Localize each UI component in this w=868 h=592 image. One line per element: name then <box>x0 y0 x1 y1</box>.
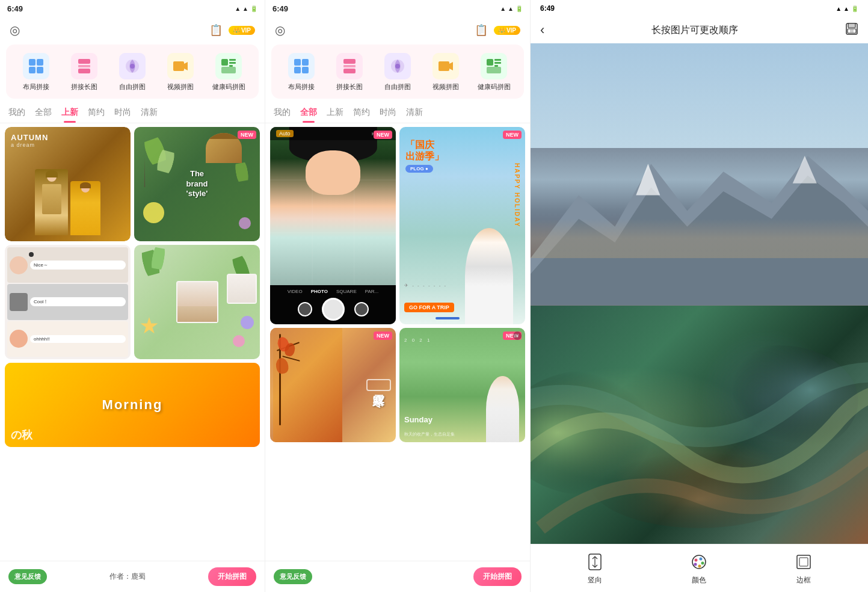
p2-content-grid: Auto HDR Off NEW VIDEO PHOTO SQUARE PAR.… <box>265 123 530 561</box>
toolbar-color[interactable]: 颜色 <box>688 551 710 585</box>
tab-new-1[interactable]: 上新 <box>61 107 78 123</box>
svg-rect-9 <box>173 61 184 71</box>
vip-badge-2[interactable]: 👑 VIP <box>494 26 520 35</box>
start-btn-2[interactable]: 开始拼图 <box>473 567 522 586</box>
tool-longimg-label-2: 拼接长图 <box>336 82 363 91</box>
tab-mine-2[interactable]: 我的 <box>274 107 291 123</box>
tab-simple-1[interactable]: 简约 <box>88 107 105 123</box>
camera-card[interactable]: Auto HDR Off NEW VIDEO PHOTO SQUARE PAR.… <box>270 127 396 324</box>
tab-simple-2[interactable]: 简约 <box>353 107 370 123</box>
tool-longimg-2[interactable]: 拼接长图 <box>331 53 368 91</box>
tool-health-label-2: 健康码拼图 <box>478 82 511 91</box>
mode-par[interactable]: PAR... <box>365 289 379 294</box>
sunday-card[interactable]: NEW 2 0 2 1 Sunday 秋天的收产量，生态自足集 × <box>399 328 525 442</box>
wifi-icon: ▲ <box>242 5 248 12</box>
tool-longimg-label: 拼接长图 <box>71 82 97 91</box>
author-label-1: 作者：鹿蜀 <box>109 572 146 582</box>
camera-icon-2[interactable]: ◎ <box>275 23 285 37</box>
shutter-aux-2[interactable] <box>354 302 369 316</box>
shutter-aux[interactable] <box>298 302 312 316</box>
panel-2: 6:49 ▲ ▲ 🔋 ◎ 📋 👑 VIP 布局拼接 <box>265 0 531 592</box>
tab-new-2[interactable]: 上新 <box>327 107 343 123</box>
svg-rect-4 <box>78 59 90 64</box>
toolbar-border-label: 边框 <box>796 575 811 585</box>
bottom-row-card[interactable]: Morning の秋 <box>5 363 260 447</box>
shutter-btn[interactable] <box>322 298 345 321</box>
start-btn-1[interactable]: 开始拼图 <box>208 567 256 586</box>
toolbar-border[interactable]: 边框 <box>793 551 814 585</box>
svg-rect-15 <box>221 67 236 73</box>
status-time-1: 6:49 <box>7 4 23 13</box>
tool-layout-2[interactable]: 布局拼接 <box>283 53 319 91</box>
crown-icon-2: 👑 <box>498 27 505 34</box>
edit-icon-2[interactable]: 📋 <box>475 23 488 37</box>
svg-marker-10 <box>184 62 188 70</box>
tab-all-1[interactable]: 全部 <box>35 107 52 123</box>
back-button[interactable]: ‹ <box>540 22 544 38</box>
mode-photo[interactable]: PHOTO <box>311 289 328 294</box>
tool-free[interactable]: 自由拼图 <box>114 53 150 91</box>
floral-card[interactable]: NEW <box>134 245 260 359</box>
tool-video[interactable]: 视频拼图 <box>162 53 199 91</box>
tool-health-label: 健康码拼图 <box>212 82 245 91</box>
crown-icon: 👑 <box>233 27 240 34</box>
status-bar-3: 6:49 ▲ ▲ 🔋 <box>531 0 868 17</box>
battery-icon-3: 🔋 <box>851 5 858 12</box>
travel-go: GO FOR A TRIP <box>404 303 454 312</box>
save-icon[interactable] <box>845 22 858 39</box>
tab-fashion-1[interactable]: 时尚 <box>114 107 131 123</box>
tool-free-2[interactable]: 自由拼图 <box>380 53 416 91</box>
status-bar-2: 6:49 ▲ ▲ 🔋 <box>265 0 530 17</box>
tool-health-2[interactable]: 健康码拼图 <box>476 53 512 91</box>
tool-health[interactable]: 健康码拼图 <box>211 53 247 91</box>
autumn-card[interactable]: AUTUMN a dream <box>5 127 131 241</box>
tab-all-2[interactable]: 全部 <box>300 107 317 123</box>
feedback-btn-1[interactable]: 意见反馈 <box>8 569 47 584</box>
comic-bubble-1: Nice～ <box>30 261 126 270</box>
vip-badge[interactable]: 👑 VIP <box>229 26 255 35</box>
sunday-close[interactable]: × <box>513 331 522 340</box>
toolbar-vertical[interactable]: 竖向 <box>584 551 606 585</box>
svg-rect-1 <box>37 59 43 66</box>
svg-rect-6 <box>78 69 90 73</box>
detail-topbar: ‹ 长按图片可更改顺序 <box>531 17 868 43</box>
hanlu-card[interactable]: NEW 寒露 <box>270 328 396 442</box>
travel-bar <box>436 317 460 319</box>
p1-content-grid: AUTUMN a dream <box>0 123 265 561</box>
vip-label: VIP <box>241 27 251 34</box>
feedback-btn-2[interactable]: 意见反馈 <box>274 569 312 584</box>
signal-icon: ▲ <box>235 5 241 12</box>
tab-fashion-2[interactable]: 时尚 <box>380 107 396 123</box>
svg-point-48 <box>701 562 704 565</box>
free-icon-2 <box>384 53 411 79</box>
battery-icon: 🔋 <box>250 5 257 12</box>
mountain-image <box>531 43 868 306</box>
mode-video[interactable]: VIDEO <box>288 289 303 294</box>
svg-rect-19 <box>302 67 309 73</box>
tool-video-2[interactable]: 视频拼图 <box>428 53 464 91</box>
vip-label-2: VIP <box>506 27 516 34</box>
tool-longimg[interactable]: 拼接长图 <box>66 53 102 91</box>
svg-rect-13 <box>229 62 236 64</box>
brand-card[interactable]: NEW Thebrand'style' <box>134 127 260 241</box>
longimg-icon <box>71 53 97 79</box>
edit-icon[interactable]: 📋 <box>209 23 223 37</box>
svg-rect-52 <box>799 558 808 566</box>
svg-rect-5 <box>78 65 90 67</box>
camera-icon[interactable]: ◎ <box>10 23 20 37</box>
mode-square[interactable]: SQUARE <box>336 289 357 294</box>
tab-fresh-1[interactable]: 清新 <box>141 107 158 123</box>
travel-dots: ✈ - - - - - - - <box>404 283 447 288</box>
tool-free-label: 自由拼图 <box>119 82 146 91</box>
travel-card[interactable]: NEW 「国庆出游季」 PLOG ● HAPPY HOLIDAY ✈ - - -… <box>399 127 525 324</box>
tool-video-label-2: 视频拼图 <box>432 82 459 91</box>
tab-fresh-2[interactable]: 清新 <box>406 107 423 123</box>
tool-layout[interactable]: 布局拼接 <box>18 53 54 91</box>
tool-layout-label: 布局拼接 <box>23 82 49 91</box>
comic-card[interactable]: NEW Nice～ Cool！ ohhhh!! <box>5 245 131 359</box>
video-icon <box>167 53 194 79</box>
svg-rect-25 <box>439 61 449 71</box>
status-bar-1: 6:49 ▲ ▲ 🔋 <box>0 0 265 17</box>
tab-mine-1[interactable]: 我的 <box>8 107 25 123</box>
hanlu-new-badge: NEW <box>374 331 392 340</box>
